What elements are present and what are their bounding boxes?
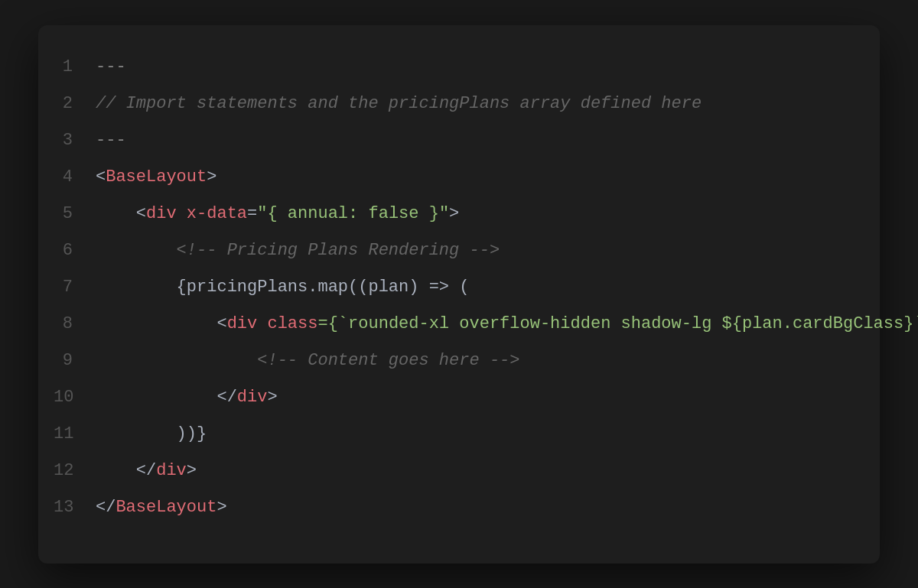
code-line: 11 ))}	[54, 423, 864, 460]
token: >	[267, 388, 277, 407]
code-editor-window: 1---2// Import statements and the pricin…	[38, 25, 880, 564]
token	[177, 204, 187, 223]
token: class	[267, 314, 317, 333]
code-line: 1---	[54, 56, 864, 93]
line-content: <BaseLayout>	[96, 167, 216, 187]
line-number: 10	[54, 388, 96, 407]
line-number: 4	[54, 167, 96, 187]
line-number: 1	[54, 57, 96, 76]
line-content: <!-- Content goes here -->	[96, 351, 520, 370]
token: </	[96, 388, 237, 407]
token: the pricingPlans array defined here	[338, 94, 702, 113]
token: >	[187, 461, 197, 480]
line-content: // Import statements and the pricingPlan…	[96, 94, 702, 113]
token: div	[146, 204, 177, 223]
token: div	[156, 461, 187, 480]
code-line: 7 {pricingPlans.map((plan) => (	[54, 276, 864, 313]
line-content: </div>	[96, 461, 197, 480]
token: BaseLayout	[116, 498, 216, 517]
token: "{ annual: false }"	[257, 204, 449, 223]
line-number: 7	[54, 278, 96, 297]
token: ))}	[96, 424, 207, 443]
code-line: 13</BaseLayout>	[54, 496, 864, 533]
token: ={`rounded-xl overflow-hidden shadow-lg …	[317, 314, 918, 333]
line-number: 13	[54, 498, 96, 517]
code-line: 5 <div x-data="{ annual: false }">	[54, 203, 864, 239]
token	[257, 314, 267, 333]
token: <!-- Content goes here -->	[96, 351, 520, 370]
line-number: 6	[54, 241, 96, 260]
line-content: </BaseLayout>	[96, 498, 227, 517]
line-content: </div>	[96, 388, 278, 407]
code-line: 10 </div>	[54, 386, 864, 423]
token: <	[96, 204, 146, 223]
code-line: 12 </div>	[54, 460, 864, 496]
line-number: 5	[54, 204, 96, 223]
token: =	[247, 204, 257, 223]
line-content: <!-- Pricing Plans Rendering -->	[96, 241, 500, 260]
token: >	[449, 204, 459, 223]
token: </	[96, 498, 116, 517]
token: >	[207, 167, 216, 187]
token: BaseLayout	[106, 167, 207, 187]
code-line: 3---	[54, 129, 864, 166]
token: <	[96, 314, 227, 333]
token: div	[227, 314, 258, 333]
token: {pricingPlans.map((plan) => (	[96, 278, 469, 297]
code-line: 6 <!-- Pricing Plans Rendering -->	[54, 239, 864, 276]
token: x-data	[187, 204, 247, 223]
token: <!-- Pricing Plans Rendering -->	[96, 241, 500, 260]
code-line: 4<BaseLayout>	[54, 166, 864, 203]
line-content: <div x-data="{ annual: false }">	[96, 204, 459, 223]
token: div	[237, 388, 268, 407]
token: // Import statements	[96, 94, 308, 113]
line-number: 12	[54, 461, 96, 480]
line-content: ))}	[96, 424, 207, 443]
line-content: <div class={`rounded-xl overflow-hidden …	[96, 314, 918, 333]
line-number: 11	[54, 424, 96, 443]
code-line: 8 <div class={`rounded-xl overflow-hidde…	[54, 313, 864, 349]
token: >	[216, 498, 226, 517]
token: <	[96, 167, 106, 187]
line-content: ---	[96, 57, 126, 76]
code-line: 2// Import statements and the pricingPla…	[54, 93, 864, 129]
line-number: 3	[54, 131, 96, 150]
line-content: ---	[96, 131, 126, 150]
token: ---	[96, 131, 126, 150]
line-number: 8	[54, 314, 96, 333]
token: ---	[96, 57, 126, 76]
code-line: 9 <!-- Content goes here -->	[54, 349, 864, 386]
line-number: 2	[54, 94, 96, 113]
token: </	[96, 461, 156, 480]
token: and	[308, 94, 338, 113]
code-container: 1---2// Import statements and the pricin…	[54, 56, 864, 533]
line-content: {pricingPlans.map((plan) => (	[96, 278, 469, 297]
line-number: 9	[54, 351, 96, 370]
